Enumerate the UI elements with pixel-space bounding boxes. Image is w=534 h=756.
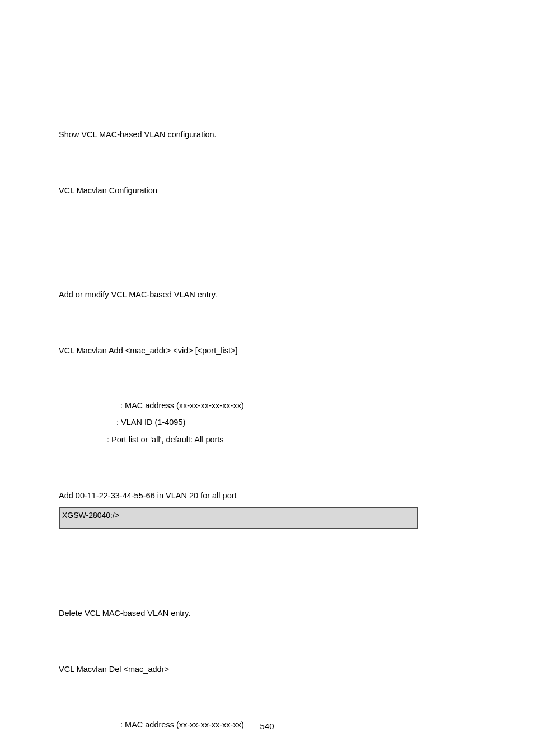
syntax-add-entry: VCL Macvlan Add <mac_addr> <vid> [<port_… [59,345,417,356]
page-number: 540 [0,721,534,731]
syntax-show-config: VCL Macvlan Configuration [59,185,417,196]
param-mac-addr: : MAC address (xx-xx-xx-xx-xx-xx) [59,400,417,411]
document-body: Show VCL MAC-based VLAN configuration. V… [59,129,417,730]
param-vid: : VLAN ID (1-4095) [59,417,417,428]
param-block-add: : MAC address (xx-xx-xx-xx-xx-xx) : VLAN… [59,400,417,445]
terminal-prompt: XGSW-28040:/> [62,511,119,520]
desc-add-entry: Add or modify VCL MAC-based VLAN entry. [59,289,417,300]
terminal-box: XGSW-28040:/> [59,507,418,529]
desc-del-entry: Delete VCL MAC-based VLAN entry. [59,608,417,619]
param-port-list: : Port list or 'all', default: All ports [59,434,417,445]
desc-show-config: Show VCL MAC-based VLAN configuration. [59,129,417,140]
syntax-del-entry: VCL Macvlan Del <mac_addr> [59,664,417,675]
example-label-add: Add 00-11-22-33-44-55-66 in VLAN 20 for … [59,490,417,501]
